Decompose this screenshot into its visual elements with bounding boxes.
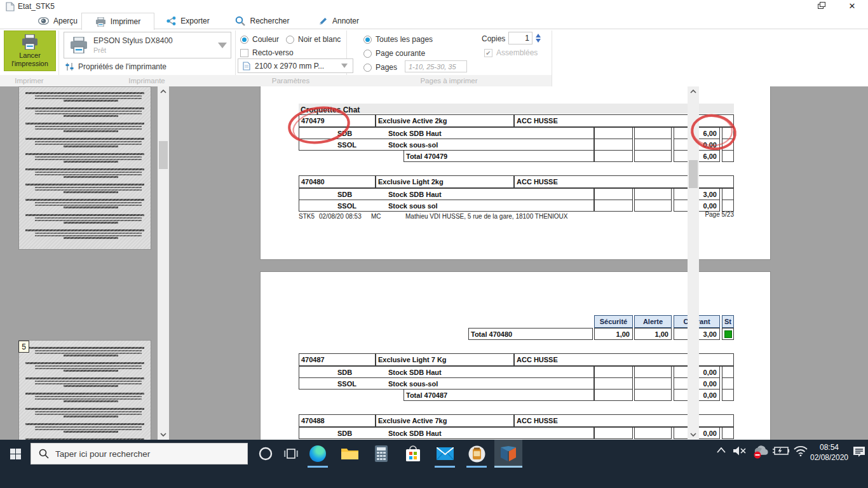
share-icon [166, 17, 176, 25]
pages-range-input[interactable] [405, 60, 467, 72]
preview-scrollbar[interactable] [688, 86, 699, 440]
taskbar-app-calculator[interactable] [367, 440, 395, 468]
taskbar-clock[interactable]: 08:54 02/08/2020 [808, 442, 850, 465]
taskbar-app-jar[interactable] [463, 440, 491, 468]
radio-page-courante[interactable]: Page courante [363, 49, 425, 58]
taskbar-app-edge[interactable] [304, 440, 332, 468]
cell-item-code: 470480 [299, 175, 376, 189]
pencil-icon [318, 17, 328, 26]
cell-location: SSOLStock sous sol [299, 200, 594, 212]
col-header-securite: Sécurité [594, 315, 633, 329]
tab-rechercher[interactable]: Rechercher [229, 13, 296, 29]
cell-total-label: Total 470487 [403, 389, 594, 401]
tab-imprimer[interactable]: Imprimer [81, 13, 154, 30]
printer-icon [69, 37, 88, 53]
scroll-up-icon[interactable] [688, 86, 699, 97]
cortana-icon[interactable] [253, 441, 278, 466]
taskbar-app-explorer[interactable] [336, 440, 363, 468]
table-row: SSOLStock sous-sol0,00 [299, 377, 734, 390]
cell-alerte-value: 1,00 [634, 328, 672, 340]
location-code: SSOL [337, 200, 356, 212]
footer-page-number: Page 5/23 [705, 211, 734, 218]
scroll-down-icon[interactable] [688, 430, 699, 440]
tab-exporter[interactable]: Exporter [159, 13, 217, 29]
search-input[interactable] [55, 449, 227, 459]
spinner-up-icon[interactable] [536, 34, 541, 37]
radio-pages[interactable]: Pages [363, 63, 397, 72]
tab-apercu[interactable]: Aperçu [31, 13, 85, 29]
radio-icon [286, 36, 294, 44]
tray-battery-icon[interactable] [773, 447, 789, 455]
search-icon [235, 16, 245, 26]
page-thumbnail-5[interactable] [18, 340, 151, 440]
radio-all-pages-label: Toutes les pages [376, 35, 433, 44]
location-code: SSOL [337, 378, 356, 390]
location-desc: Stock SDB Haut [388, 367, 442, 378]
printer-properties-link[interactable]: Propriétés de l'imprimante [65, 61, 166, 72]
task-view-icon[interactable] [278, 441, 304, 466]
app-running-indicator [308, 466, 328, 468]
printer-status: Prêt [93, 46, 173, 54]
mail-icon [437, 447, 454, 460]
taskbar-search[interactable] [31, 443, 248, 464]
scrollbar-thumb[interactable] [689, 160, 698, 188]
taskbar-app-mail[interactable] [431, 440, 459, 468]
tab-annoter-label: Annoter [332, 17, 359, 25]
location-desc: Stock sous-sol [388, 139, 438, 151]
tray-wifi-icon[interactable] [793, 445, 808, 456]
copies-input[interactable] [508, 32, 532, 44]
taskbar-app-store[interactable] [399, 440, 427, 468]
sliders-icon [65, 62, 74, 71]
start-button[interactable] [0, 440, 31, 468]
scroll-down-icon[interactable] [158, 430, 169, 440]
spinner-down-icon[interactable] [536, 39, 541, 43]
tray-chevron-up-icon[interactable] [717, 447, 726, 453]
col-header-st: St [722, 315, 734, 329]
location-desc: Stock sous sol [388, 200, 438, 212]
radio-noir-et-blanc[interactable]: Noir et blanc [286, 35, 341, 44]
restore-window-icon[interactable] [816, 2, 829, 11]
launch-print-button[interactable]: Lancer l'impression [4, 30, 56, 71]
cell-empty [634, 188, 672, 200]
table-row: SDBStock SDB Haut0,00 [299, 427, 734, 439]
tab-bar: Aperçu Imprimer Exporter Rechercher Anno… [0, 13, 868, 29]
group-label-imprimante: Imprimante [58, 75, 235, 86]
checkbox-recto-verso-label: Recto-verso [252, 48, 294, 57]
close-icon[interactable]: ✕ [845, 1, 859, 12]
cell-location: SSOLStock sous-sol [299, 377, 594, 390]
radio-couleur[interactable]: Couleur [240, 35, 279, 44]
printer-select[interactable]: EPSON Stylus DX8400 Prêt [64, 32, 231, 58]
ribbon-group-strip: Imprimer Imprimante Paramètres Pages à i… [0, 75, 552, 86]
checkbox-icon [240, 49, 248, 57]
chevron-down-icon[interactable] [336, 59, 353, 72]
table-total-row: Total 4704796,00 [299, 150, 734, 162]
cell-empty [634, 366, 672, 378]
action-center-icon[interactable] [853, 446, 865, 458]
tray-onedrive-icon[interactable] [752, 445, 770, 459]
paper-size-select[interactable]: 2100 x 2970 mm P... [238, 58, 353, 73]
taskbar-app-report-viewer[interactable] [494, 440, 522, 468]
scrollbar-thumb[interactable] [159, 141, 168, 169]
tab-annoter[interactable]: Annoter [311, 13, 366, 29]
cell-empty [634, 427, 672, 439]
location-desc: Stock sous-sol [388, 378, 438, 390]
radio-toutes-les-pages[interactable]: Toutes les pages [363, 35, 433, 44]
cell-empty [722, 127, 734, 139]
scroll-up-icon[interactable] [158, 86, 169, 97]
table-header-row: 470479Exclusive Active 2kgACC HUSSE [299, 114, 734, 128]
cell-empty [594, 127, 633, 139]
cell-empty [594, 200, 633, 212]
checkbox-recto-verso[interactable]: Recto-verso [240, 48, 294, 57]
cell-supplier: ACC HUSSE [514, 114, 734, 128]
tray-volume-muted-icon[interactable] [733, 446, 747, 456]
copies-stepper[interactable] [534, 32, 543, 44]
chevron-down-icon[interactable] [214, 32, 231, 58]
cell-supplier: ACC HUSSE [514, 414, 734, 428]
cell-empty [722, 200, 734, 212]
page-thumbnail[interactable] [18, 86, 151, 250]
location-code: SDB [337, 189, 352, 200]
edge-icon [309, 445, 326, 462]
preview-area: 5 Croquettes Chat 470479Exclusive Active… [0, 86, 868, 440]
sidebar-scrollbar[interactable] [158, 86, 169, 440]
thumbnail-page-number: 5 [18, 341, 29, 353]
